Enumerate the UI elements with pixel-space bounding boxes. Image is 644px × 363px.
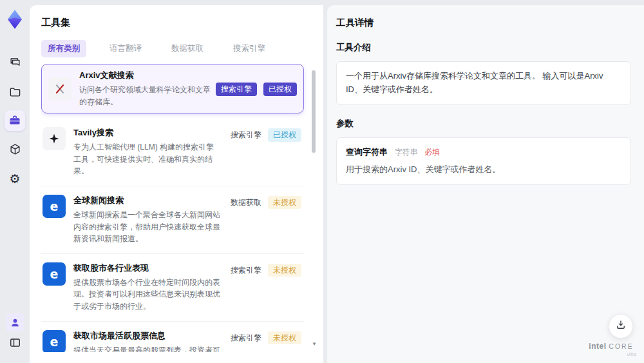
param-required-flag: 必填	[424, 148, 440, 157]
param-name: 查询字符串	[346, 147, 388, 157]
nav-user[interactable]	[0, 313, 30, 332]
tool-name: Arxiv文献搜索	[79, 70, 216, 81]
user-highlight	[6, 313, 24, 331]
category-label: 搜索引擎	[231, 264, 261, 277]
category-tabs: 所有类别 语言翻译 数据获取 搜索引擎	[41, 40, 323, 57]
auth-badge: 未授权	[268, 196, 301, 209]
nav-settings[interactable]: ⚙	[0, 168, 30, 189]
left-rail: ⚙	[0, 0, 30, 363]
intro-heading: 工具介绍	[336, 42, 631, 54]
layout-panel-icon	[9, 337, 21, 349]
tool-name: Tavily搜索	[73, 127, 220, 139]
brand-intel: intel	[589, 342, 606, 351]
tool-name: 获取市场最活跃股票信息	[73, 330, 220, 342]
app-logo	[0, 8, 30, 31]
list-scrollbar-thumb[interactable]	[312, 70, 316, 153]
download-icon	[615, 319, 627, 333]
tab-search-engine[interactable]: 搜索引擎	[227, 40, 272, 57]
nav-chat[interactable]	[0, 52, 30, 72]
news-service-logo-icon: e	[43, 195, 66, 218]
intro-text: 一个用于从Arxiv存储库搜索科学论文和文章的工具。 输入可以是Arxiv ID…	[346, 71, 603, 94]
tool-name: 全球新闻搜索	[73, 195, 220, 206]
brand-ultra: Ultra	[586, 352, 636, 357]
detail-title: 工具详情	[336, 17, 631, 29]
intro-card: 一个用于从Arxiv存储库搜索科学论文和文章的工具。 输入可以是Arxiv ID…	[336, 61, 631, 105]
user-icon	[10, 317, 21, 328]
tool-row-tavily[interactable]: Tavily搜索 专为人工智能代理 (LLM) 构建的搜索引擎工具，可快速提供实…	[41, 119, 304, 186]
chat-icon	[9, 56, 21, 68]
page-title: 工具集	[41, 17, 323, 29]
auth-badge: 未授权	[268, 264, 301, 277]
cube-icon	[9, 143, 21, 155]
auth-badge: 未授权	[268, 331, 301, 344]
tool-row-sector-performance[interactable]: e 获取股市各行业表现 提供股票市场各个行业在特定时间段内的表现。投资者可以利用…	[41, 254, 304, 322]
gear-icon: ⚙	[9, 173, 20, 185]
tool-list: Arxiv文献搜索 访问各个研究领域大量科学论文和文章的存储库。 搜索引擎 已授…	[41, 64, 323, 352]
tab-data-fetching[interactable]: 数据获取	[165, 40, 210, 57]
tool-description: 提供当天交易量最高的股票列表，投资者可以利用这些信息来识别流动性强的股票和潜在的…	[73, 344, 220, 352]
finance-service-logo-icon: e	[43, 330, 66, 352]
folder-icon	[9, 86, 21, 98]
scroll-down-arrow-icon[interactable]: ▼	[312, 341, 317, 347]
active-nav-highlight	[5, 110, 25, 131]
nav-packages[interactable]	[0, 139, 30, 159]
logo-gem-icon	[5, 9, 24, 30]
auth-badge: 已授权	[268, 128, 301, 141]
tavily-logo-icon	[43, 127, 66, 150]
params-heading: 参数	[336, 118, 631, 130]
tool-card-arxiv[interactable]: Arxiv文献搜索 访问各个研究领域大量科学论文和文章的存储库。 搜索引擎 已授…	[41, 64, 304, 113]
tool-description: 访问各个研究领域大量科学论文和文章的存储库。	[79, 84, 216, 108]
tab-all-categories[interactable]: 所有类别	[41, 40, 86, 57]
category-label: 搜索引擎	[231, 331, 261, 344]
toolbox-icon	[8, 114, 21, 127]
tool-row-global-news[interactable]: e 全球新闻搜索 全球新闻搜索是一个聚合全球各大新闻网站内容的搜索引擎，帮助用户…	[41, 186, 304, 254]
nav-tools-active[interactable]	[0, 109, 30, 132]
tool-detail-panel: 工具详情 工具介绍 一个用于从Arxiv存储库搜索科学论文和文章的工具。 输入可…	[327, 5, 644, 363]
nav-files[interactable]	[0, 81, 30, 102]
param-type: 字符串	[395, 148, 418, 157]
auth-badge: 已授权	[263, 83, 297, 95]
finance-service-logo-icon: e	[43, 262, 66, 286]
tool-description: 提供股票市场各个行业在特定时间段内的表现。投资者可以利用这些信息来识别表现优于或…	[73, 277, 220, 313]
tool-name: 获取股市各行业表现	[73, 262, 220, 274]
tab-language-translation[interactable]: 语言翻译	[103, 40, 148, 57]
brand-core: CORE	[609, 342, 633, 350]
nav-panel-toggle[interactable]	[0, 333, 30, 352]
arxiv-logo-icon	[48, 77, 71, 101]
category-label: 搜索引擎	[231, 128, 261, 141]
category-badge: 搜索引擎	[216, 83, 257, 95]
tool-list-panel: 工具集 所有类别 语言翻译 数据获取 搜索引擎 Arxiv文献搜索 访问各个研究…	[30, 5, 323, 363]
tool-description: 专为人工智能代理 (LLM) 构建的搜索引擎工具，可快速提供实时、准确和真实的结…	[73, 141, 220, 177]
param-description: 用于搜索的Arxiv ID、关键字或作者姓名。	[346, 163, 621, 177]
param-card: 查询字符串 字符串 必填 用于搜索的Arxiv ID、关键字或作者姓名。	[336, 137, 631, 186]
intel-core-badge: intel CORE Ultra	[586, 340, 636, 357]
download-button[interactable]	[609, 314, 633, 338]
tool-row-active-stocks[interactable]: e 获取市场最活跃股票信息 提供当天交易量最高的股票列表，投资者可以利用这些信息…	[41, 322, 304, 352]
tool-description: 全球新闻搜索是一个聚合全球各大新闻网站内容的搜索引擎，帮助用户快速获取全球最新资…	[73, 209, 220, 245]
category-label: 数据获取	[231, 196, 261, 209]
